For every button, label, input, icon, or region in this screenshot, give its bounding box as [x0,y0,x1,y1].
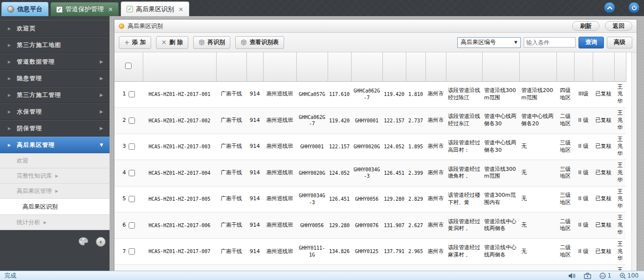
shield-zone-indicator[interactable]: AD 1 [600,272,611,279]
sidebar-item[interactable]: 水保管理 ▶ [0,103,110,120]
sidebar-item[interactable]: 隐患管理 ▶ [0,70,110,87]
table-row[interactable]: 5 HCAS-HZ01-HZ-2017-005 广惠干线 914 惠州巡线班 G… [114,186,626,212]
cell-status: 已复核 [593,134,614,160]
row-checkbox[interactable] [129,91,135,97]
table-row[interactable]: 1 HCAS-HZ01-HZ-2017-001 广惠干线 914 惠州巡线班 G… [114,81,626,108]
sidebar-item-label: 管道数据管理 [17,58,55,66]
filter-condition-input[interactable] [524,37,576,47]
main-area: 欢迎页 第三方施工地图 管道数据管理 ▶ 隐患管理 [0,16,644,271]
cell-pipeline-name: 广惠干线 [216,265,246,271]
cell-start-pile: GHHY0111-1G [296,238,328,265]
advanced-button[interactable]: 高级 [607,37,632,48]
close-icon[interactable]: × [178,6,183,12]
cell-specific-site-desc: 管道沿线中心线两侧各 [482,212,519,239]
row-checkbox[interactable] [129,196,135,202]
cell-start-pile: GHHY0056 [296,212,328,239]
row-checkbox[interactable] [129,222,135,229]
tab-hca-identification[interactable]: ✓ 高后果区识别 × [121,1,189,16]
submenu-arrow-icon: ▼ [100,142,104,147]
sidebar-item-label: 高后果区管理 [17,141,55,149]
chevron-down-icon: ▼ [514,40,517,45]
cell-assignee: 王兆华 [614,81,626,108]
sidebar-item[interactable]: 高后果区管理 ▼ [0,137,110,153]
add-button[interactable]: + 添 加 [119,36,151,49]
table-row[interactable]: 6 HCAS-HZ01-HZ-2017-006 广惠干线 914 惠州巡线班 G… [114,212,626,239]
back-button[interactable]: 返回 [605,21,632,31]
sidebar-item[interactable]: 管道数据管理 ▶ [0,53,110,70]
reidentify-button[interactable]: 再识别 [193,36,230,49]
cell-assignee: 王兆华 [614,238,626,265]
view-identification-table-button[interactable]: 查看识别表 [235,36,284,49]
filter-field-select[interactable]: 高后果区编号 ▼ [457,37,521,48]
row-number: 6 [123,222,126,229]
table-row[interactable]: 4 HCAS-HZ01-HZ-2017-004 广惠干线 914 惠州巡线班 G… [114,160,626,187]
tab-pipeline-protection[interactable]: ✓ 管道保护管理 × [50,2,119,16]
power-button[interactable] [628,2,640,13]
table-row[interactable]: 8 HCAS-HZ01-HZ-2017-008 广惠干线 914 惠州巡线班 G… [114,265,626,271]
briefcase-icon[interactable] [584,273,591,279]
sidebar-collapse-button[interactable]: ‹ [96,237,106,247]
tab-label: 信息平台 [17,5,43,14]
table-row[interactable]: 2 HCAS-HZ01-HZ-2017-002 广惠干线 914 惠州巡线班 G… [114,108,626,134]
cube-icon [199,39,205,46]
row-checkbox[interactable] [129,170,135,176]
row-checkbox[interactable] [129,143,135,150]
tab-label: 管道保护管理 [66,5,104,14]
submenu-arrow-icon: ▶ [55,189,58,193]
cell-area-grade: 二级地区 [556,265,574,271]
column-header [263,52,296,81]
cell-length: 1.810 [406,81,425,108]
cell-start-mileage: 122.157 [328,134,351,160]
query-button[interactable]: 查询 [578,37,604,48]
cell-area-grade-desc: 该段管道沿线经过陈江 [446,81,482,108]
sidebar-item[interactable]: 第三方施工地图 [0,37,110,53]
submenu-arrow-icon: ▶ [100,109,104,114]
row-number: 7 [123,248,126,256]
sidebar-subitem[interactable]: 完整性知识库 ▶ [0,168,110,184]
cell-end-mileage: 126.451 [382,160,406,187]
status-text: 完成 [4,272,16,280]
delete-button[interactable]: ✕ 删 除 [156,36,188,49]
cell-patrol-team: 惠州巡线班 [263,238,296,265]
status-bar: 完成 AD 1 100 [0,271,644,280]
cell-assignee: 王兆华 [614,212,626,239]
cell-hca-grade: II 级 [574,186,593,212]
cell-specific-site-desc: 管道300m范围内有 [482,186,519,212]
zoom-control[interactable]: 100 [620,272,639,279]
select-all-checkbox[interactable] [125,63,132,69]
speaker-icon[interactable] [568,273,576,279]
table-row[interactable]: 7 HCAS-HZ01-HZ-2017-007 广惠干线 914 惠州巡线班 G… [114,238,626,265]
cell-hca-code: HCAS-HZ01-HZ-2017-005 [143,186,216,212]
row-number: 1 [123,91,126,98]
column-header [296,52,328,81]
submenu-arrow-icon: ▶ [44,220,46,225]
cell-assignee: 王兆华 [614,108,626,134]
sidebar-item[interactable]: 欢迎页 [0,20,110,37]
cell-area-grade-desc: 该段管道沿线经过东江 [446,108,482,134]
cell-status: 已复核 [593,212,614,239]
sidebar-item[interactable]: 第三方施工管理 ▶ [0,87,110,103]
row-checkbox[interactable] [129,248,135,255]
row-number: 4 [123,169,126,177]
cell-area-grade-desc: 该段管道经过塘角村， [446,160,482,187]
row-number: 5 [123,195,126,203]
close-icon[interactable]: × [108,6,113,12]
palette-icon[interactable] [78,237,89,246]
cell-pipeline-name: 广惠干线 [216,160,246,187]
cell-pipeline-name: 广惠干线 [216,108,246,134]
scroll-up-button[interactable] [604,2,615,13]
table-row[interactable]: 3 HCAS-HZ01-HZ-2017-003 广惠干线 914 惠州巡线班 G… [114,134,626,160]
tab-info-platform[interactable]: 信息平台 [1,2,48,16]
sidebar-subitem[interactable]: 欢迎 [0,153,110,168]
sidebar-subitem[interactable]: 高后果区识别 [0,199,110,215]
refresh-button[interactable]: 刷新 [572,21,600,31]
vertical-scrollbar[interactable] [631,52,637,271]
cell-end-pile: GHHY0034G-3 [351,160,382,187]
cell-status: 已复核 [593,81,614,108]
sidebar-subitem-label: 高后果区识别 [22,203,58,211]
sidebar-item[interactable]: 阴保管理 ▶ [0,120,110,137]
sidebar-subitem[interactable]: 统计分析 ▶ [0,215,110,230]
sidebar-subitem[interactable]: 高后果区管理 ▶ [0,184,110,199]
cell-assignee: 王兆华 [614,265,626,271]
row-checkbox[interactable] [129,117,135,124]
